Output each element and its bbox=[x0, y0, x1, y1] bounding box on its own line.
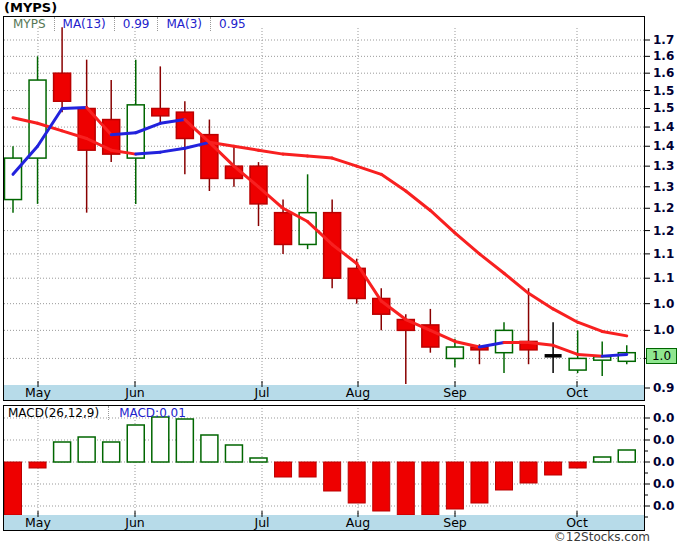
svg-text:1.5: 1.5 bbox=[653, 101, 674, 115]
svg-text:1.2: 1.2 bbox=[653, 224, 674, 238]
ma13-label: MA(13) bbox=[54, 17, 114, 31]
stock-chart-page: MayJunJulAugSepOct1.71.61.61.51.51.41.41… bbox=[0, 0, 680, 546]
svg-text:1.1: 1.1 bbox=[653, 247, 674, 261]
svg-text:1.6: 1.6 bbox=[653, 49, 674, 63]
price-x-axis: MayJunJulAugSepOct bbox=[4, 381, 644, 400]
svg-text:Sep: Sep bbox=[443, 515, 467, 530]
svg-text:Jul: Jul bbox=[253, 515, 269, 530]
chart-canvas: MayJunJulAugSepOct1.71.61.61.51.51.41.41… bbox=[0, 0, 680, 546]
svg-text:Aug: Aug bbox=[346, 385, 370, 400]
svg-text:0.0: 0.0 bbox=[653, 477, 674, 491]
ma13-value: 0.99 bbox=[114, 17, 158, 31]
symbol-label: MYPS bbox=[5, 17, 54, 31]
svg-text:May: May bbox=[25, 385, 51, 400]
svg-text:Aug: Aug bbox=[346, 515, 370, 530]
svg-text:1.3: 1.3 bbox=[653, 159, 674, 173]
svg-text:Jul: Jul bbox=[253, 385, 269, 400]
svg-text:1.1: 1.1 bbox=[653, 271, 674, 285]
svg-text:Jun: Jun bbox=[124, 385, 145, 400]
svg-text:Oct: Oct bbox=[566, 385, 588, 400]
ma3-label: MA(3) bbox=[157, 17, 210, 31]
svg-text:1.7: 1.7 bbox=[653, 33, 674, 47]
macd-value-label: MACD:0.01 bbox=[108, 406, 195, 420]
svg-text:1.0: 1.0 bbox=[653, 323, 674, 337]
svg-text:Oct: Oct bbox=[566, 515, 588, 530]
macd-histogram bbox=[5, 417, 636, 515]
svg-text:1.4: 1.4 bbox=[653, 139, 674, 153]
svg-text:1.6: 1.6 bbox=[653, 66, 674, 80]
svg-text:1.4: 1.4 bbox=[653, 120, 674, 134]
svg-text:May: May bbox=[25, 515, 51, 530]
ma3-value: 0.95 bbox=[210, 17, 254, 31]
price-frame bbox=[4, 17, 645, 401]
price-gridlines bbox=[4, 28, 644, 388]
page-title: (MYPS) bbox=[4, 0, 57, 15]
svg-text:0.0: 0.0 bbox=[653, 411, 674, 425]
macd-x-axis: MayJunJulAugSepOct bbox=[4, 511, 644, 530]
svg-text:Jun: Jun bbox=[124, 515, 145, 530]
macd-y-axis: 0.00.00.00.00.0 bbox=[644, 411, 674, 517]
watermark: ©12Stocks.com bbox=[554, 530, 650, 544]
svg-text:0.9: 0.9 bbox=[653, 381, 674, 395]
svg-text:1.3: 1.3 bbox=[653, 180, 674, 194]
macd-legend: MACD(26,12,9) MACD:0.01 bbox=[6, 406, 195, 420]
price-legend: MYPS MA(13) 0.99 MA(3) 0.95 bbox=[5, 17, 254, 31]
svg-text:Sep: Sep bbox=[443, 385, 467, 400]
svg-text:0.0: 0.0 bbox=[653, 455, 674, 469]
svg-text:1.2: 1.2 bbox=[653, 201, 674, 215]
svg-text:1.0: 1.0 bbox=[653, 297, 674, 311]
svg-text:1.5: 1.5 bbox=[653, 84, 674, 98]
macd-params-label: MACD(26,12,9) bbox=[6, 406, 108, 420]
last-price-badge: 1.0 bbox=[646, 348, 677, 364]
price-y-axis: 1.71.61.61.51.51.41.41.31.31.21.21.11.11… bbox=[644, 33, 674, 395]
svg-text:0.0: 0.0 bbox=[653, 499, 674, 513]
svg-text:0.0: 0.0 bbox=[653, 433, 674, 447]
macd-gridlines bbox=[4, 405, 644, 515]
